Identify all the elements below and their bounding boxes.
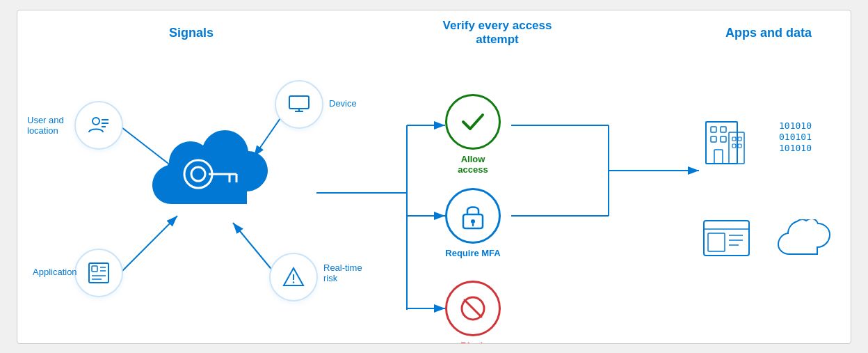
allow-access-label: Allow access (445, 154, 501, 175)
require-mfa-label: Require MFA (445, 248, 501, 258)
svg-point-14 (93, 118, 99, 125)
application-icon-circle (74, 249, 123, 297)
verify-title: Verify every access attempt (428, 19, 567, 47)
device-label: Device (329, 98, 357, 109)
svg-line-4 (233, 223, 273, 272)
svg-rect-46 (732, 137, 736, 141)
lock-icon (459, 201, 487, 231)
binary-data-icon-group: 101010 010101 101010 (775, 115, 831, 166)
building-svg (702, 111, 751, 167)
app-window-svg (702, 219, 751, 258)
user-location-icon-circle (74, 101, 123, 150)
cloud-key-container (129, 115, 282, 226)
device-svg (287, 92, 312, 117)
diagram-container: Signals Verify every access attempt Apps… (17, 10, 851, 344)
realtime-risk-label: Real-timerisk (323, 262, 362, 283)
user-location-label: User andlocation (27, 115, 64, 136)
svg-rect-53 (704, 221, 749, 256)
cloud-storage-svg (775, 219, 831, 258)
block-access-group: Block access (445, 281, 501, 344)
svg-rect-47 (738, 137, 741, 141)
svg-point-28 (293, 281, 294, 283)
allow-access-circle (445, 94, 501, 150)
svg-text:010101: 010101 (779, 132, 812, 142)
cloud-key-svg (129, 115, 282, 226)
apps-data-title: Apps and data (706, 26, 831, 40)
cloud-storage-icon-group (775, 219, 831, 260)
app-window-icon-group (702, 219, 751, 260)
application-svg (86, 260, 111, 285)
svg-rect-48 (732, 144, 736, 148)
block-access-circle (445, 281, 501, 336)
binary-svg: 101010 010101 101010 (775, 115, 831, 164)
require-mfa-circle (445, 188, 501, 244)
realtime-risk-icon-circle (269, 253, 318, 301)
svg-text:101010: 101010 (779, 120, 812, 131)
user-location-svg (86, 113, 111, 138)
svg-rect-42 (711, 136, 716, 142)
svg-rect-18 (289, 96, 309, 109)
realtime-risk-svg (281, 265, 306, 290)
svg-line-38 (465, 300, 481, 317)
svg-point-35 (471, 219, 475, 223)
block-access-label: Block access (445, 340, 501, 344)
signals-title: Signals (94, 26, 289, 40)
allow-access-group: Allow access (445, 94, 501, 175)
svg-rect-44 (714, 150, 723, 164)
checkmark-icon (458, 107, 488, 137)
svg-rect-43 (721, 136, 726, 142)
svg-rect-40 (711, 127, 716, 132)
device-icon-circle (275, 80, 323, 129)
require-mfa-group: Require MFA (445, 188, 501, 258)
building-icon-group (702, 111, 751, 170)
svg-rect-49 (738, 144, 741, 148)
svg-rect-41 (721, 127, 726, 132)
svg-rect-55 (708, 233, 725, 251)
block-icon (458, 293, 488, 324)
svg-rect-22 (92, 266, 97, 272)
svg-text:101010: 101010 (779, 143, 812, 153)
application-label: Application (33, 267, 77, 277)
